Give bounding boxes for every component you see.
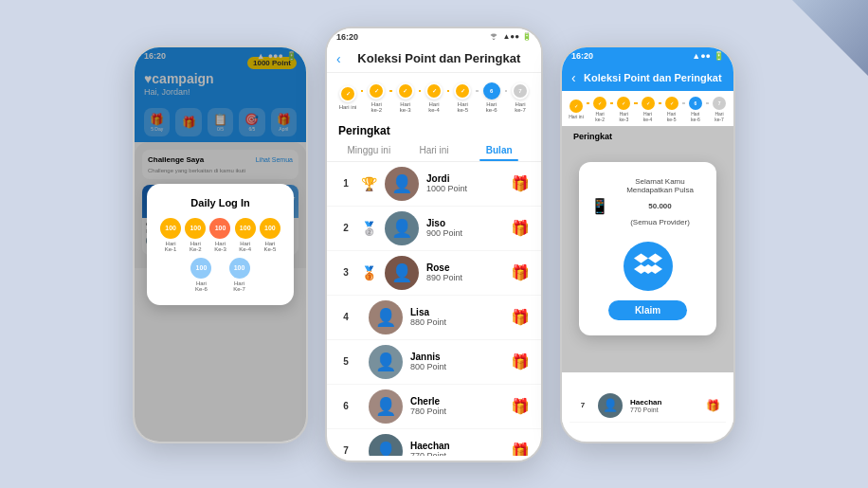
tab-minggu-ini[interactable]: Minggu ini <box>336 139 402 161</box>
phone-center: 16:20 ▲●● 🔋 ‹ Koleksi Point dan Peringka… <box>325 27 543 462</box>
nav-bar-center: ‹ Koleksi Point dan Peringkat <box>327 45 541 73</box>
day-7: 100 HariKe-7 <box>223 258 257 292</box>
prog-step-5: ✓ Harike-5 <box>449 82 476 113</box>
prog-step-r-1: ✓ Hari ini <box>566 99 587 119</box>
peringkat-label: Peringkat <box>327 118 541 139</box>
claim-modal: 📱 Selamat Kamu Mendapatkan Pulsa 50.000 … <box>579 162 716 335</box>
lb-avatar-7: 👤 <box>369 434 403 456</box>
back-button-right[interactable]: ‹ <box>571 70 576 85</box>
signal-icon: ▲●● <box>502 32 519 41</box>
time-right: 16:20 <box>571 51 593 61</box>
right-phone-body: Peringkat 📱 Selamat Kamu Mendapatkan Pul… <box>562 126 733 372</box>
klaim-button[interactable]: Klaim <box>608 300 687 320</box>
dropbox-svg <box>634 253 662 280</box>
claim-text-2: 50.000 <box>615 202 705 210</box>
day-1: 100 HariKe-1 <box>160 218 181 252</box>
lb-item-right-bottom: 7 👤 Haechan 770 Point 🎁 <box>562 389 733 423</box>
back-button-center[interactable]: ‹ <box>336 51 341 66</box>
day-5: 100 HariKe-5 <box>260 218 280 252</box>
status-icons-right: ▲●● 🔋 <box>692 51 724 61</box>
nav-title-right: Koleksi Point dan Peringkat <box>582 72 724 83</box>
tabs-row-center: Minggu ini Hari ini Bulan <box>327 139 541 162</box>
claim-text-1: Selamat Kamu Mendapatkan Pulsa <box>615 177 705 194</box>
lb-avatar-4: 👤 <box>369 300 403 334</box>
prog-step-4: ✓ Harike-4 <box>421 82 447 113</box>
daily-modal-title: Daily Log In <box>160 197 280 208</box>
status-icons-center: ▲●● 🔋 <box>488 32 532 41</box>
prog-step-r-4: ✓ Harike-4 <box>638 97 659 122</box>
svg-marker-0 <box>634 254 648 263</box>
daily-modal: Daily Log In 100 HariKe-1 100 HariKe-2 1… <box>147 184 294 305</box>
lb-avatar-6: 👤 <box>369 389 403 424</box>
prog-step-1: ✓ Hari ini <box>335 85 361 110</box>
prog-step-7: 7 Harike-7 <box>507 82 533 113</box>
lb-avatar-5: 👤 <box>369 345 403 379</box>
lb-item-4: 4 👤 Lisa 880 Point 🎁 <box>327 296 541 340</box>
daily-days-grid-2: 100 HariKe-6 100 HariKe-7 <box>184 258 256 292</box>
prog-step-r-3: ✓ Harike-3 <box>613 97 634 122</box>
status-bar-right: 16:20 ▲●● 🔋 <box>562 47 733 64</box>
svg-marker-1 <box>648 254 662 263</box>
wifi-icon <box>488 33 499 41</box>
time-center: 16:20 <box>336 32 358 42</box>
lb-item-3: 3 🥉 👤 Rose 890 Point 🎁 <box>327 251 541 296</box>
phones-container: 16:20 ▲ ●●● 🔋 ♥campaign 1000 Point Hai, … <box>133 27 735 462</box>
svg-marker-4 <box>648 264 662 274</box>
lb-item-1: 1 🏆 👤 Jordi 1000 Point 🎁 <box>327 162 541 207</box>
day-6: 100 HariKe-6 <box>184 258 218 292</box>
claim-modal-overlay: 📱 Selamat Kamu Mendapatkan Pulsa 50.000 … <box>562 126 733 372</box>
prog-step-3: ✓ Harike-3 <box>392 82 419 113</box>
lb-item-2: 2 🥈 👤 Jiso 900 Point 🎁 <box>327 207 541 251</box>
prog-step-r-6: 6 Harike-6 <box>685 97 706 122</box>
progress-dots-right: ✓ Hari ini ✓ Harike-2 ✓ Harike-3 ✓ Harik… <box>562 91 733 126</box>
tab-bulan[interactable]: Bulan <box>466 139 532 161</box>
day-3: 100 HariKe-3 <box>209 218 230 252</box>
corner-decoration <box>792 0 868 76</box>
daily-days-grid: 100 HariKe-1 100 HariKe-2 100 HariKe-3 1… <box>160 218 280 252</box>
day-2: 100 HariKe-2 <box>185 218 206 252</box>
progress-dots-center: ✓ Hari ini ✓ Harike-2 ✓ Harike-3 ✓ Harik… <box>327 73 541 118</box>
prog-step-6: 6 Harike-6 <box>479 82 505 113</box>
leaderboard-list: 1 🏆 👤 Jordi 1000 Point 🎁 2 🥈 👤 Jiso 900 … <box>327 162 541 456</box>
battery-icon: 🔋 <box>522 32 532 41</box>
prog-step-r-7: 7 Harike-7 <box>709 97 730 122</box>
lb-avatar-1: 👤 <box>385 167 419 201</box>
tab-hari-ini[interactable]: Hari ini <box>402 139 467 161</box>
svg-marker-3 <box>634 264 648 274</box>
prog-step-r-5: ✓ Harike-5 <box>661 97 682 122</box>
claim-text-3: (Semua Provider) <box>615 218 705 226</box>
lb-avatar-2: 👤 <box>385 211 419 245</box>
phone-icon: 📱 <box>590 197 609 215</box>
lb-item-5: 5 👤 Jannis 800 Point 🎁 <box>327 340 541 385</box>
dropbox-icon <box>624 242 673 291</box>
lb-item-7: 7 👤 Haechan 770 Point 🎁 <box>327 429 541 456</box>
nav-bar-right: ‹ Koleksi Point dan Peringkat <box>562 64 733 91</box>
phone-right: 16:20 ▲●● 🔋 ‹ Koleksi Point dan Peringka… <box>560 45 735 443</box>
lb-avatar-3: 👤 <box>385 256 419 290</box>
status-bar-center: 16:20 ▲●● 🔋 <box>327 28 541 45</box>
nav-title-center: Koleksi Point dan Peringkat <box>347 51 532 65</box>
day-4: 100 HariKe-4 <box>235 218 256 252</box>
daily-modal-overlay: Daily Log In 100 HariKe-1 100 HariKe-2 1… <box>135 47 306 442</box>
phone-left: 16:20 ▲ ●●● 🔋 ♥campaign 1000 Point Hai, … <box>133 45 308 443</box>
prog-step-r-2: ✓ Harike-2 <box>589 97 610 122</box>
prog-step-2: ✓ Harike-2 <box>363 82 389 113</box>
lb-avatar-right: 👤 <box>598 393 623 418</box>
lb-item-6: 6 👤 Cherle 780 Point 🎁 <box>327 385 541 429</box>
